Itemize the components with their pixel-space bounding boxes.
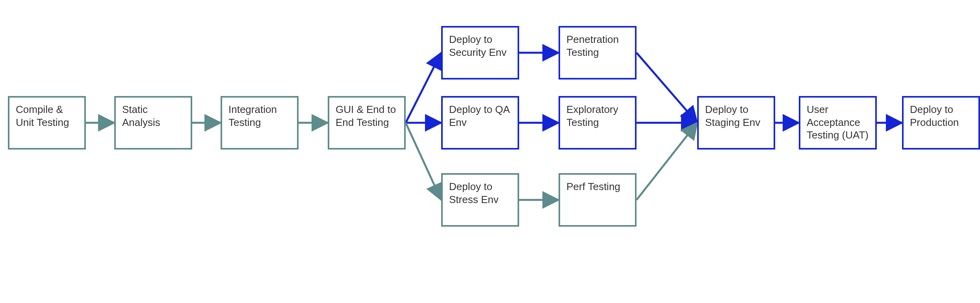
node-label: Integration Testing — [228, 103, 291, 129]
node-label: Deploy to Staging Env — [705, 103, 767, 129]
pipeline-diagram: Compile & Unit Testing Static Analysis I… — [0, 0, 980, 303]
node-deploy-security-env: Deploy to Security Env — [441, 26, 519, 79]
node-label: GUI & End to End Testing — [336, 103, 398, 129]
node-penetration-testing: Penetration Testing — [559, 26, 637, 79]
edge-penetration-to-staging — [637, 53, 697, 123]
node-deploy-stress-env: Deploy to Stress Env — [441, 173, 519, 227]
node-label: Perf Testing — [566, 180, 620, 193]
edge-perf-to-staging — [637, 123, 697, 200]
node-integration-testing: Integration Testing — [221, 96, 299, 150]
edge-gui-to-deploySecurity — [406, 53, 441, 123]
node-compile-unit-testing: Compile & Unit Testing — [8, 96, 86, 150]
node-label: Compile & Unit Testing — [16, 103, 78, 129]
node-deploy-staging-env: Deploy to Staging Env — [697, 96, 775, 150]
node-user-acceptance-testing: User Acceptance Testing (UAT) — [799, 96, 877, 150]
node-gui-end-to-end-testing: GUI & End to End Testing — [328, 96, 406, 150]
node-label: User Acceptance Testing (UAT) — [807, 103, 869, 142]
node-perf-testing: Perf Testing — [559, 173, 637, 227]
node-label: Penetration Testing — [566, 33, 629, 59]
node-label: Deploy to Security Env — [449, 33, 511, 59]
edge-gui-to-deployStress — [406, 123, 441, 200]
node-label: Static Analysis — [122, 103, 184, 129]
node-static-analysis: Static Analysis — [114, 96, 192, 150]
node-deploy-production: Deploy to Production — [902, 96, 980, 150]
node-deploy-qa-env: Deploy to QA Env — [441, 96, 519, 150]
node-exploratory-testing: Exploratory Testing — [559, 96, 637, 150]
node-label: Deploy to Stress Env — [449, 180, 511, 206]
node-label: Exploratory Testing — [566, 103, 629, 129]
node-label: Deploy to QA Env — [449, 103, 511, 129]
node-label: Deploy to Production — [910, 103, 972, 129]
